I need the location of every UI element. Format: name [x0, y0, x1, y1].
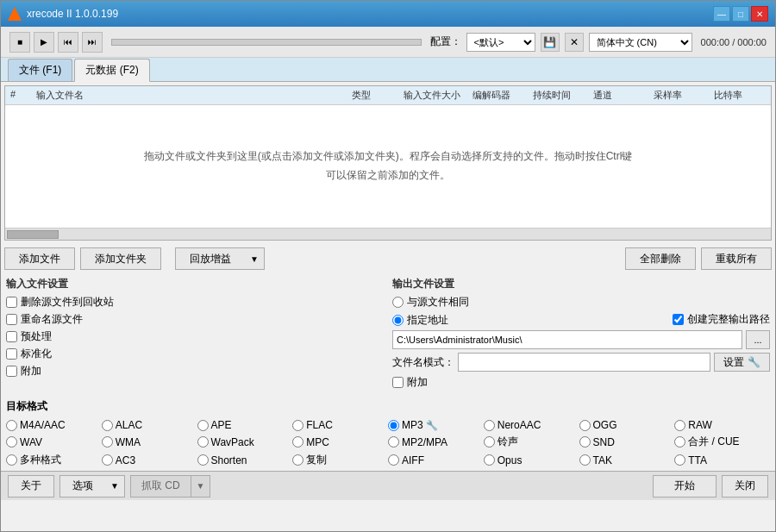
format-merge-cue-radio[interactable]	[674, 436, 685, 448]
create-path-checkbox[interactable]	[673, 314, 684, 325]
settings-icon: 🔧	[748, 356, 760, 368]
maximize-button[interactable]: □	[732, 6, 749, 22]
format-m4a-aac-radio[interactable]	[6, 420, 17, 431]
format-tak-radio[interactable]	[579, 454, 591, 466]
format-nero-aac-radio[interactable]	[484, 420, 495, 431]
format-raw: RAW	[674, 419, 770, 431]
format-ac3-radio[interactable]	[102, 454, 113, 466]
delete-to-trash-label: 删除源文件到回收站	[21, 295, 114, 310]
format-wma-radio[interactable]	[102, 436, 113, 448]
normalize-label: 标准化	[21, 347, 52, 361]
format-mp2-mpa-radio[interactable]	[388, 436, 399, 448]
format-shorten-radio[interactable]	[197, 454, 209, 466]
window-close-button[interactable]: ✕	[751, 6, 768, 22]
filename-row: 文件名模式： 设置 🔧	[392, 353, 770, 372]
format-aiff: AIFF	[388, 453, 484, 467]
delete-config-button[interactable]: ✕	[565, 33, 584, 52]
format-multiformat-radio[interactable]	[6, 454, 17, 466]
language-select[interactable]: 简体中文 (CN)	[589, 33, 692, 52]
app-icon	[8, 7, 22, 21]
format-ringtone-radio[interactable]	[484, 436, 495, 448]
main-window: xrecode II 1.0.0.199 — □ ✕ ■ ▶ ⏮ ⏭ 配置： <…	[0, 0, 776, 532]
delete-to-trash-checkbox[interactable]	[6, 297, 17, 308]
filename-input[interactable]	[458, 353, 710, 372]
format-wavpack-radio[interactable]	[197, 436, 209, 448]
format-multiformat: 多种格式	[6, 453, 102, 467]
normalize-checkbox[interactable]	[6, 348, 17, 360]
extract-cd-button[interactable]: 抓取 CD	[130, 475, 191, 498]
action-buttons: 添加文件 添加文件夹 回放增益 ▼ 全部删除 重载所有	[1, 244, 775, 273]
format-alac-radio[interactable]	[102, 420, 113, 431]
config-select[interactable]: <默认>	[466, 33, 535, 52]
rename-source-checkbox[interactable]	[6, 314, 17, 325]
reload-all-button[interactable]: 重载所有	[701, 247, 772, 270]
format-ogg: OGG	[579, 419, 675, 431]
custom-path-radio[interactable]	[392, 315, 404, 326]
next-button[interactable]: ⏭	[82, 32, 103, 53]
format-snd-radio[interactable]	[579, 436, 591, 448]
toolbar: ■ ▶ ⏮ ⏭ 配置： <默认> 💾 ✕ 简体中文 (CN) 000:00 / …	[1, 27, 775, 58]
close-button[interactable]: 关闭	[722, 475, 768, 498]
tab-files[interactable]: 文件 (F1)	[8, 59, 72, 81]
stop-button[interactable]: ■	[9, 32, 30, 53]
minimize-button[interactable]: —	[713, 6, 730, 22]
start-button[interactable]: 开始	[653, 475, 717, 498]
mp3-settings-icon[interactable]: 🔧	[426, 420, 438, 431]
same-as-source-row: 与源文件相同	[392, 295, 770, 310]
format-opus: Opus	[484, 453, 579, 467]
col-header-duration: 持续时间	[533, 89, 593, 102]
format-wma: WMA	[102, 435, 197, 449]
table-empty-message[interactable]: 拖动文件或文件夹到这里(或点击添加文件或添加文件夹)。程序会自动选择所支持的文件…	[5, 105, 771, 228]
options-button[interactable]: 选项	[59, 475, 105, 498]
prev-button[interactable]: ⏮	[58, 32, 78, 53]
format-ape-radio[interactable]	[197, 420, 209, 431]
playback-button[interactable]: 回放增益	[175, 247, 245, 270]
format-shorten: Shorten	[197, 453, 293, 467]
format-tta-radio[interactable]	[674, 454, 685, 466]
media-controls: ■ ▶ ⏮ ⏭	[9, 32, 103, 53]
save-config-button[interactable]: 💾	[541, 33, 560, 52]
format-opus-radio[interactable]	[484, 454, 495, 466]
append-output-checkbox[interactable]	[392, 377, 404, 388]
format-wav-radio[interactable]	[6, 436, 17, 448]
scroll-thumb[interactable]	[7, 230, 59, 239]
preprocessing-row: 预处理	[6, 329, 384, 344]
add-folder-button[interactable]: 添加文件夹	[80, 247, 161, 270]
tab-metadata[interactable]: 元数据 (F2)	[74, 59, 149, 82]
format-alac: ALAC	[102, 419, 197, 431]
output-settings: 输出文件设置 与源文件相同 指定地址 创建完整输出路径 ...	[392, 277, 770, 392]
rename-source-label: 重命名源文件	[21, 312, 83, 327]
append-input-checkbox[interactable]	[6, 366, 17, 377]
same-as-source-radio[interactable]	[392, 297, 404, 308]
preprocessing-checkbox[interactable]	[6, 331, 17, 342]
path-input[interactable]	[392, 330, 742, 349]
about-button[interactable]: 关于	[8, 475, 54, 498]
options-dropdown[interactable]: ▼	[105, 475, 125, 498]
play-button[interactable]: ▶	[34, 32, 54, 53]
format-mpc-radio[interactable]	[292, 436, 304, 448]
horizontal-scrollbar[interactable]	[5, 228, 771, 240]
format-aiff-radio[interactable]	[388, 454, 399, 466]
format-tta: TTA	[674, 453, 770, 467]
settings-button[interactable]: 设置 🔧	[714, 353, 770, 372]
title-bar: xrecode II 1.0.0.199 — □ ✕	[1, 1, 775, 27]
format-copy-radio[interactable]	[292, 454, 304, 466]
format-ape: APE	[197, 419, 293, 431]
format-raw-radio[interactable]	[674, 420, 685, 431]
create-path-row: 创建完整输出路径	[673, 312, 770, 327]
input-settings: 输入文件设置 删除源文件到回收站 重命名源文件 预处理 标准化 附加	[6, 277, 384, 392]
bottom-bar: 关于 选项 ▼ 抓取 CD ▼ 开始 关闭	[1, 471, 775, 500]
append-input-label: 附加	[21, 364, 41, 379]
output-settings-title: 输出文件设置	[392, 277, 770, 291]
progress-bar[interactable]	[111, 39, 422, 46]
playback-dropdown[interactable]: ▼	[245, 247, 265, 270]
format-ogg-radio[interactable]	[579, 420, 591, 431]
format-mp3-radio[interactable]	[388, 420, 399, 431]
browse-button[interactable]: ...	[746, 330, 770, 349]
extract-cd-dropdown[interactable]: ▼	[191, 475, 211, 498]
delete-all-button[interactable]: 全部删除	[625, 247, 696, 270]
add-file-button[interactable]: 添加文件	[4, 247, 75, 270]
format-flac-radio[interactable]	[292, 420, 304, 431]
append-input-row: 附加	[6, 364, 384, 379]
preprocessing-label: 预处理	[21, 329, 52, 344]
